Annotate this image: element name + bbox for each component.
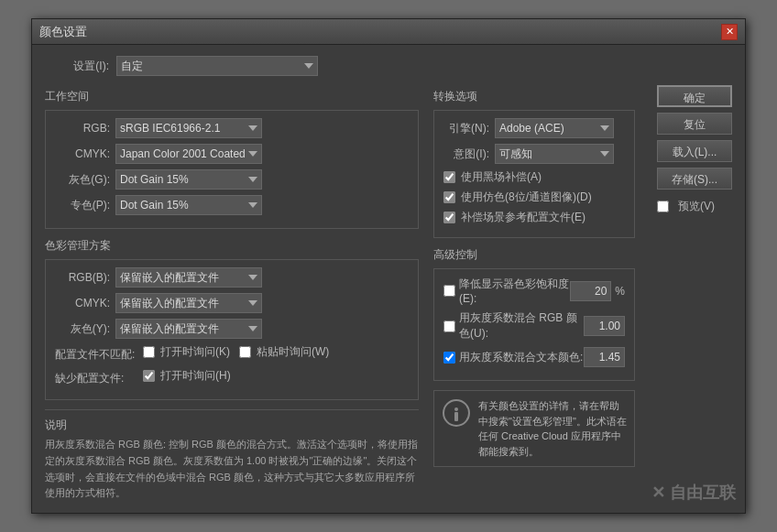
conversion-title: 转换选项 <box>433 89 635 104</box>
cm-rgb-label: RGB(B): <box>55 271 110 284</box>
adv-unit1: % <box>615 285 625 298</box>
adv-check1[interactable] <box>443 285 455 297</box>
intent-row: 意图(I): 可感知 <box>443 144 625 164</box>
desc-text: 用灰度系数混合 RGB 颜色: 控制 RGB 颜色的混合方式。激活这个选项时，将… <box>45 437 419 501</box>
mismatch-checks: 打开时询问(K) 粘贴时询问(W) <box>143 344 329 364</box>
adv-row1: 降低显示器色彩饱和度(E): % <box>443 277 625 305</box>
svg-rect-1 <box>454 412 458 421</box>
check1-checkbox[interactable] <box>443 171 455 183</box>
settings-label: 设置(I): <box>45 59 109 74</box>
right-panel: 转换选项 引擎(N): Adobe (ACE) 意图(I): 可感知 <box>433 85 635 501</box>
check2-row: 使用仿色(8位/通道图像)(D) <box>443 190 625 205</box>
cmyk-label: CMYK: <box>55 147 110 160</box>
mismatch-paste-check[interactable] <box>239 346 251 358</box>
cm-rgb-row: RGB(B): 保留嵌入的配置文件 <box>55 267 409 288</box>
preview-label: 预览(V) <box>678 199 715 214</box>
mismatch-open-label: 打开时询问(K) <box>160 344 230 360</box>
advanced-section: 降低显示器色彩饱和度(E): % 用灰度系数混合 RGB 颜色(U): 用灰度系… <box>433 268 635 381</box>
spot-label: 专色(P): <box>55 198 110 213</box>
missing-open-row: 打开时询问(H) <box>143 368 231 384</box>
main-content: 工作空间 RGB: sRGB IEC61966-2.1 CMYK: Japan … <box>45 85 732 501</box>
adv-check3[interactable] <box>443 352 455 364</box>
spot-row: 专色(P): Dot Gain 15% <box>55 195 409 215</box>
mismatch-paste-row: 粘贴时询问(W) <box>239 344 329 360</box>
mismatch-paste-label: 粘贴时询问(W) <box>257 344 329 360</box>
gray-select[interactable]: Dot Gain 15% <box>115 169 262 190</box>
engine-select[interactable]: Adobe (ACE) <box>495 118 614 138</box>
gray-label: 灰色(G): <box>55 172 110 188</box>
dialog-body: 设置(I): 自定 工作空间 RGB: sRGB IEC61966-2.1 <box>32 45 745 512</box>
cm-cmyk-label: CMYK: <box>55 297 110 309</box>
check3-label: 补偿场景参考配置文件(E) <box>461 210 585 225</box>
workspace-title: 工作空间 <box>45 89 419 104</box>
adv-input1[interactable] <box>570 281 611 301</box>
cm-gray-select[interactable]: 保留嵌入的配置文件 <box>115 319 262 339</box>
engine-label: 引擎(N): <box>443 121 489 136</box>
left-panel: 工作空间 RGB: sRGB IEC61966-2.1 CMYK: Japan … <box>45 85 419 501</box>
adv-input3[interactable] <box>584 347 625 367</box>
mismatch-open-check[interactable] <box>143 346 155 358</box>
missing-row: 缺少配置文件: 打开时询问(H) <box>55 368 409 388</box>
close-button[interactable]: ✕ <box>721 24 738 40</box>
info-text: 有关颜色设置的详情，请在帮助中搜索"设置色彩管理"。此术语在任何 Creativ… <box>478 398 627 459</box>
adv-input2[interactable] <box>584 316 625 336</box>
check1-row: 使用黑场补偿(A) <box>443 169 625 185</box>
mismatch-title: 配置文件不匹配: <box>55 347 137 363</box>
adv-label1: 降低显示器色彩饱和度(E): <box>459 277 570 305</box>
adv-label3: 用灰度系数混合文本颜色: <box>459 350 584 365</box>
rgb-label: RGB: <box>55 122 110 135</box>
cm-gray-row: 灰色(Y): 保留嵌入的配置文件 <box>55 319 409 339</box>
color-mgmt-section: RGB(B): 保留嵌入的配置文件 CMYK: 保留嵌入的配置文件 灰色(Y): <box>45 259 419 400</box>
engine-row: 引擎(N): Adobe (ACE) <box>443 118 625 138</box>
desc-title: 说明 <box>45 418 419 433</box>
adv-row2: 用灰度系数混合 RGB 颜色(U): <box>443 310 625 342</box>
check3-checkbox[interactable] <box>443 212 455 223</box>
ok-button[interactable]: 确定 <box>657 85 732 107</box>
advanced-title: 高级控制 <box>433 247 635 263</box>
mismatch-row: 配置文件不匹配: 打开时询问(K) 粘贴时询问(W) <box>55 344 409 364</box>
check1-label: 使用黑场补偿(A) <box>461 169 542 185</box>
intent-select[interactable]: 可感知 <box>495 144 614 164</box>
mismatch-open-row: 打开时询问(K) <box>143 344 230 360</box>
load-button[interactable]: 载入(L)... <box>657 140 732 162</box>
adv-label2: 用灰度系数混合 RGB 颜色(U): <box>459 310 584 342</box>
preview-checkbox[interactable] <box>657 201 669 212</box>
color-settings-dialog: 颜色设置 ✕ 设置(I): 自定 工作空间 RGB: sRGB IEC61966… <box>31 18 746 513</box>
description-section: 说明 用灰度系数混合 RGB 颜色: 控制 RGB 颜色的混合方式。激活这个选项… <box>45 409 419 501</box>
save-button[interactable]: 存储(S)... <box>657 168 732 190</box>
info-icon <box>442 398 471 428</box>
spot-select[interactable]: Dot Gain 15% <box>115 195 262 215</box>
adv-check2[interactable] <box>443 320 455 332</box>
settings-select[interactable]: 自定 <box>116 56 318 76</box>
cm-cmyk-select[interactable]: 保留嵌入的配置文件 <box>115 293 262 313</box>
info-box: 有关颜色设置的详情，请在帮助中搜索"设置色彩管理"。此术语在任何 Creativ… <box>433 390 635 467</box>
cm-gray-label: 灰色(Y): <box>55 321 110 337</box>
gray-row: 灰色(G): Dot Gain 15% <box>55 169 409 190</box>
titlebar: 颜色设置 ✕ <box>32 19 745 45</box>
cmyk-row: CMYK: Japan Color 2001 Coated <box>55 144 409 164</box>
conversion-section: 引擎(N): Adobe (ACE) 意图(I): 可感知 使用黑场补偿(A) <box>433 110 635 238</box>
cm-rgb-select[interactable]: 保留嵌入的配置文件 <box>115 267 262 288</box>
missing-checks: 打开时询问(H) <box>143 368 231 388</box>
rgb-select[interactable]: sRGB IEC61966-2.1 <box>115 118 262 138</box>
intent-label: 意图(I): <box>443 147 489 162</box>
check3-row: 补偿场景参考配置文件(E) <box>443 210 625 225</box>
workspace-section: RGB: sRGB IEC61966-2.1 CMYK: Japan Color… <box>45 110 419 229</box>
rgb-row: RGB: sRGB IEC61966-2.1 <box>55 118 409 138</box>
reset-button[interactable]: 复位 <box>657 113 732 135</box>
settings-row: 设置(I): 自定 <box>45 56 732 76</box>
button-panel: 确定 复位 载入(L)... 存储(S)... 预览(V) <box>650 85 732 501</box>
color-mgmt-title: 色彩管理方案 <box>45 238 419 254</box>
missing-open-check[interactable] <box>143 370 155 382</box>
dialog-title: 颜色设置 <box>39 24 87 40</box>
cm-cmyk-row: CMYK: 保留嵌入的配置文件 <box>55 293 409 313</box>
preview-row: 预览(V) <box>657 199 732 214</box>
cmyk-select[interactable]: Japan Color 2001 Coated <box>115 144 262 164</box>
adv-row3: 用灰度系数混合文本颜色: <box>443 347 625 367</box>
check2-checkbox[interactable] <box>443 191 455 203</box>
missing-title: 缺少配置文件: <box>55 371 137 386</box>
missing-open-label: 打开时询问(H) <box>160 368 231 384</box>
check2-label: 使用仿色(8位/通道图像)(D) <box>461 190 592 205</box>
